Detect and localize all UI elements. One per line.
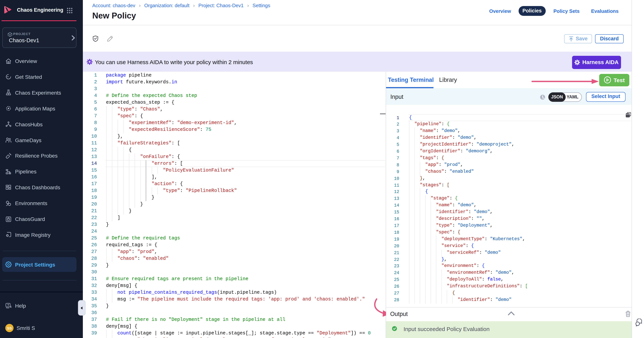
svg-text:?: ? [7,303,9,307]
